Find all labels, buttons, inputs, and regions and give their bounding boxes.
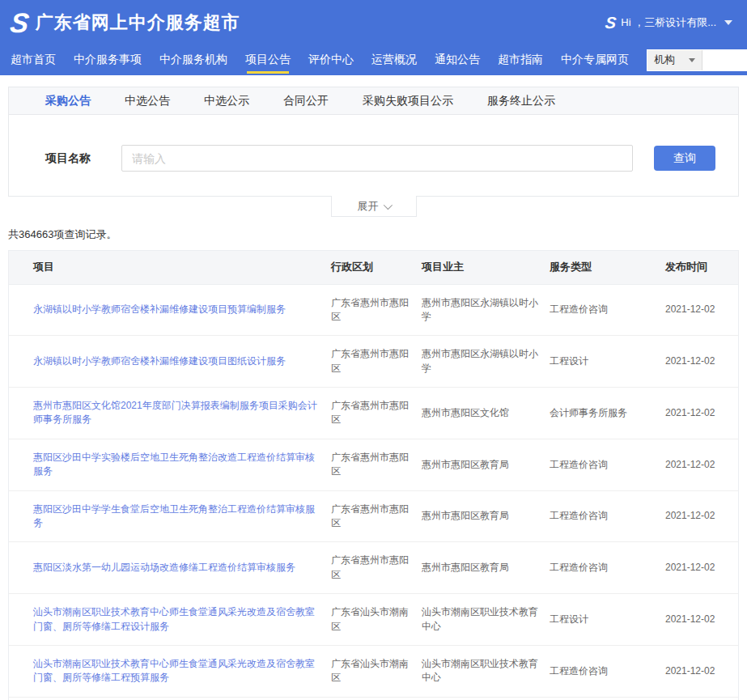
service-type-cell: 工程造价咨询: [550, 645, 665, 697]
table-row: 永湖镇以时小学教师宿舍楼补漏维修建设项目预算编制服务广东省惠州市惠阳区惠州市惠阳…: [9, 284, 738, 336]
owner-cell: 汕头市潮南区职业技术教育中心: [422, 645, 550, 697]
tab-1[interactable]: 中选公告: [125, 94, 170, 108]
query-button[interactable]: 查询: [654, 146, 715, 171]
region-cell: 广东省汕头市潮南区: [331, 594, 422, 646]
service-type-cell: 会计师事务所服务: [550, 388, 665, 439]
nav-item-6[interactable]: 通知公告: [435, 45, 480, 75]
column-header: 发布时间: [665, 251, 738, 284]
table-row: 惠阳区沙田中学实验楼后空地卫生死角整治改造工程造价结算审核服务广东省惠州市惠阳区…: [9, 439, 738, 490]
owner-cell: 汕头市潮南区职业技术教育中心: [422, 594, 550, 646]
project-name-input[interactable]: [121, 145, 633, 172]
project-link[interactable]: 永湖镇以时小学教师宿舍楼补漏维修建设项目预算编制服务: [33, 303, 286, 315]
project-cell: 惠州市惠阳区文化馆2021年度部门决算报表编制服务项目采购会计师事务所服务: [9, 388, 331, 439]
service-type-cell: 工程设计: [550, 594, 665, 646]
table-row: 潮南区司马浦镇大布上社区居民委员会大布上小学地面硬化及排水系统建设项目预算服务广…: [9, 697, 738, 700]
publish-date-cell: 2021-12-02: [665, 697, 738, 700]
publish-date-cell: 2021-12-02: [665, 542, 738, 594]
result-count: 共364663项查询记录。: [8, 227, 739, 242]
project-link[interactable]: 汕头市潮南区职业技术教育中心师生食堂通风采光改造及宿舍教室门窗、厕所等修缮工程设…: [33, 606, 315, 631]
tab-2[interactable]: 中选公示: [204, 94, 249, 108]
tab-4[interactable]: 采购失败项目公示: [363, 94, 453, 108]
tab-0[interactable]: 采购公告: [45, 94, 91, 108]
expand-label: 展开: [358, 199, 379, 214]
table-row: 汕头市潮南区职业技术教育中心师生食堂通风采光改造及宿舍教室门窗、厕所等修缮工程预…: [9, 645, 738, 697]
table-row: 永湖镇以时小学教师宿舍楼补漏维修建设项目图纸设计服务广东省惠州市惠阳区惠州市惠阳…: [9, 336, 738, 388]
header-search-input[interactable]: [702, 50, 747, 70]
caret-down-icon: [724, 20, 732, 25]
tab-3[interactable]: 合同公开: [283, 94, 329, 108]
dropdown-caret-icon: [689, 58, 695, 62]
table-header-row: 项目行政区划项目业主服务类型发布时间: [9, 251, 738, 284]
nav-item-3[interactable]: 项目公告: [245, 45, 291, 75]
owner-cell: 惠州市惠阳区教育局: [422, 542, 550, 594]
expand-toggle[interactable]: 展开: [331, 196, 417, 217]
project-cell: 永湖镇以时小学教师宿舍楼补漏维修建设项目图纸设计服务: [9, 336, 331, 388]
announcement-table-wrap: 项目行政区划项目业主服务类型发布时间 永湖镇以时小学教师宿舍楼补漏维修建设项目预…: [8, 250, 739, 700]
table-row: 汕头市潮南区职业技术教育中心师生食堂通风采光改造及宿舍教室门窗、厕所等修缮工程设…: [9, 594, 738, 646]
project-cell: 惠阳区沙田中学实验楼后空地卫生死角整治改造工程造价结算审核服务: [9, 439, 331, 490]
region-cell: 广东省惠州市惠阳区: [331, 490, 422, 542]
nav-item-4[interactable]: 评价中心: [308, 45, 354, 75]
brand: S 广东省网上中介服务超市: [11, 9, 240, 36]
service-type-cell: 工程造价咨询: [550, 284, 665, 336]
column-header: 服务类型: [550, 251, 665, 284]
column-header: 行政区划: [331, 251, 422, 284]
nav-item-0[interactable]: 超市首页: [11, 45, 56, 75]
announcement-tabs: 采购公告中选公告中选公示合同公开采购失败项目公示服务终止公示: [9, 87, 738, 115]
project-cell: 汕头市潮南区职业技术教育中心师生食堂通风采光改造及宿舍教室门窗、厕所等修缮工程预…: [9, 645, 331, 697]
nav-item-7[interactable]: 超市指南: [498, 45, 543, 75]
table-row: 惠阳区淡水第一幼儿园运动场改造修缮工程造价结算审核服务广东省惠州市惠阳区惠州市惠…: [9, 542, 738, 594]
project-link[interactable]: 永湖镇以时小学教师宿舍楼补漏维修建设项目图纸设计服务: [33, 355, 286, 367]
project-name-label: 项目名称: [45, 151, 91, 166]
owner-cell: 汕头市潮南区司马浦镇大布上居民委员会: [422, 697, 550, 700]
service-type-cell: 工程造价咨询: [550, 542, 665, 594]
region-cell: 广东省惠州市惠阳区: [331, 284, 422, 336]
service-type-cell: 工程造价咨询: [550, 439, 665, 490]
column-header: 项目业主: [422, 251, 550, 284]
nav-item-2[interactable]: 中介服务机构: [159, 45, 227, 75]
project-cell: 惠阳区淡水第一幼儿园运动场改造修缮工程造价结算审核服务: [9, 542, 331, 594]
chevron-down-icon: [383, 200, 392, 209]
owner-cell: 惠州市惠阳区永湖镇以时小学: [422, 284, 550, 336]
service-type-cell: 工程设计: [550, 336, 665, 388]
tab-5[interactable]: 服务终止公示: [487, 94, 555, 108]
site-logo-icon: S: [9, 9, 29, 36]
project-cell: 惠阳区沙田中学学生食堂后空地卫生死角整治工程造价结算审核服务: [9, 490, 331, 542]
publish-date-cell: 2021-12-02: [665, 284, 738, 336]
header: S 广东省网上中介服务超市 S Hi ，三桥设计有限...: [0, 0, 747, 45]
filter-panel: 采购公告中选公告中选公示合同公开采购失败项目公示服务终止公示 项目名称 查询 展…: [8, 87, 739, 197]
nav-items: 超市首页中介服务事项中介服务机构项目公告评价中心运营概况通知公告超市指南中介专属…: [11, 45, 647, 75]
publish-date-cell: 2021-12-02: [665, 336, 738, 388]
owner-cell: 惠州市惠阳区教育局: [422, 490, 550, 542]
nav-item-5[interactable]: 运营概况: [371, 45, 417, 75]
region-cell: 广东省汕头市潮南区: [331, 697, 422, 700]
header-search: 机构: [647, 49, 747, 71]
project-link[interactable]: 惠阳区沙田中学实验楼后空地卫生死角整治改造工程造价结算审核服务: [33, 452, 315, 477]
project-link[interactable]: 惠阳区沙田中学学生食堂后空地卫生死角整治工程造价结算审核服务: [33, 503, 315, 528]
service-type-cell: 工程造价咨询: [550, 697, 665, 700]
project-link[interactable]: 汕头市潮南区职业技术教育中心师生食堂通风采光改造及宿舍教室门窗、厕所等修缮工程预…: [33, 658, 315, 683]
search-category-select[interactable]: 机构: [647, 50, 702, 70]
user-menu[interactable]: S Hi ，三桥设计有限...: [605, 15, 732, 31]
publish-date-cell: 2021-12-02: [665, 490, 738, 542]
publish-date-cell: 2021-12-02: [665, 594, 738, 646]
publish-date-cell: 2021-12-02: [665, 439, 738, 490]
region-cell: 广东省惠州市惠阳区: [331, 542, 422, 594]
region-cell: 广东省惠州市惠阳区: [331, 439, 422, 490]
announcement-table: 项目行政区划项目业主服务类型发布时间 永湖镇以时小学教师宿舍楼补漏维修建设项目预…: [9, 251, 738, 700]
publish-date-cell: 2021-12-02: [665, 645, 738, 697]
main-nav: 超市首页中介服务事项中介服务机构项目公告评价中心运营概况通知公告超市指南中介专属…: [0, 45, 747, 75]
project-link[interactable]: 惠阳区淡水第一幼儿园运动场改造修缮工程造价结算审核服务: [33, 562, 295, 573]
nav-item-1[interactable]: 中介服务事项: [74, 45, 142, 75]
table-row: 惠州市惠阳区文化馆2021年度部门决算报表编制服务项目采购会计师事务所服务广东省…: [9, 388, 738, 439]
column-header: 项目: [9, 251, 331, 284]
nav-item-8[interactable]: 中介专属网页: [561, 45, 629, 75]
owner-cell: 惠州市惠阳区永湖镇以时小学: [422, 336, 550, 388]
table-row: 惠阳区沙田中学学生食堂后空地卫生死角整治工程造价结算审核服务广东省惠州市惠阳区惠…: [9, 490, 738, 542]
region-cell: 广东省惠州市惠阳区: [331, 388, 422, 439]
user-brand-icon: S: [605, 15, 616, 31]
filter-row: 项目名称 查询: [9, 115, 738, 196]
region-cell: 广东省惠州市惠阳区: [331, 336, 422, 388]
project-link[interactable]: 惠州市惠阳区文化馆2021年度部门决算报表编制服务项目采购会计师事务所服务: [33, 400, 317, 425]
user-greeting: Hi ，三桥设计有限...: [621, 15, 716, 30]
